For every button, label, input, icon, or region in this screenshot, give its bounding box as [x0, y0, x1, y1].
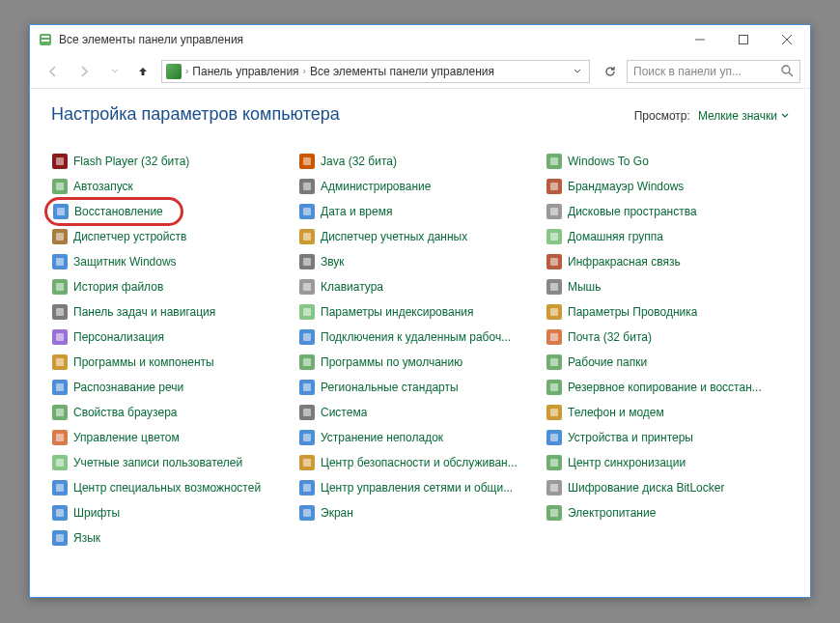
- item-label: Почта (32 бита): [568, 330, 652, 344]
- control-panel-item[interactable]: История файлов: [51, 277, 294, 297]
- control-panel-item[interactable]: Программы и компоненты: [51, 353, 294, 372]
- control-panel-item[interactable]: Язык: [51, 528, 294, 548]
- control-panel-item[interactable]: Администрирование: [298, 177, 542, 196]
- view-label: Просмотр:: [634, 109, 690, 123]
- item-label: Шрифты: [73, 506, 120, 520]
- control-panel-item[interactable]: Почта (32 бита): [546, 327, 789, 347]
- navigation-bar: › Панель управления › Все элементы панел…: [30, 54, 810, 89]
- search-placeholder: Поиск в панели уп...: [633, 65, 775, 78]
- control-panel-item[interactable]: Звук: [298, 252, 542, 271]
- address-dropdown[interactable]: [570, 68, 585, 75]
- svg-rect-42: [56, 434, 64, 441]
- item-label: Распознавание речи: [73, 381, 183, 394]
- svg-rect-40: [303, 409, 311, 416]
- item-icon: [299, 480, 315, 496]
- minimize-button[interactable]: [678, 25, 721, 54]
- control-panel-item[interactable]: Диспетчер учетных данных: [298, 227, 542, 246]
- control-panel-item[interactable]: Параметры Проводника: [546, 302, 789, 322]
- control-panel-item[interactable]: Дата и время: [298, 202, 542, 221]
- control-panel-item[interactable]: Телефон и модем: [546, 403, 789, 422]
- control-panel-item[interactable]: Региональные стандарты: [298, 378, 542, 397]
- svg-rect-2: [42, 40, 49, 42]
- search-input[interactable]: Поиск в панели уп...: [627, 60, 800, 83]
- control-panel-item[interactable]: Учетные записи пользователей: [51, 453, 294, 472]
- breadcrumb-seg-2[interactable]: Все элементы панели управления: [310, 65, 494, 78]
- item-icon: [299, 505, 315, 521]
- item-label: Устранение неполадок: [321, 431, 443, 444]
- control-panel-item[interactable]: Windows To Go: [546, 152, 789, 171]
- control-panel-item[interactable]: Инфракрасная связь: [546, 252, 789, 271]
- control-panel-item[interactable]: Электропитание: [546, 503, 789, 523]
- item-icon: [546, 154, 562, 169]
- control-panel-item[interactable]: Резервное копирование и восстан...: [546, 378, 789, 397]
- item-icon: [546, 329, 562, 345]
- control-panel-item[interactable]: Шифрование диска BitLocker: [546, 478, 789, 497]
- svg-rect-46: [303, 459, 311, 467]
- close-button[interactable]: [765, 25, 808, 54]
- control-panel-item[interactable]: Управление цветом: [51, 428, 294, 447]
- control-panel-item[interactable]: Система: [298, 403, 542, 422]
- view-value-text: Мелкие значки: [698, 109, 777, 123]
- control-panel-item[interactable]: Автозапуск: [51, 177, 294, 196]
- item-label: Windows To Go: [568, 155, 649, 168]
- control-panel-item[interactable]: Панель задач и навигация: [51, 302, 294, 322]
- up-button[interactable]: [132, 58, 154, 85]
- control-panel-item[interactable]: Центр безопасности и обслуживан...: [298, 453, 542, 472]
- item-icon: [546, 380, 562, 395]
- control-panel-item[interactable]: Домашняя группа: [546, 227, 789, 246]
- item-icon: [299, 380, 315, 395]
- control-panel-item[interactable]: Диспетчер устройств: [51, 227, 294, 246]
- svg-rect-18: [56, 233, 64, 241]
- control-panel-item[interactable]: Устранение неполадок: [298, 428, 542, 447]
- item-icon: [299, 329, 315, 345]
- control-panel-item[interactable]: Свойства браузера: [51, 403, 294, 422]
- titlebar: Все элементы панели управления: [30, 25, 810, 54]
- item-icon: [52, 405, 68, 420]
- control-panel-item[interactable]: Дисковые пространства: [546, 202, 789, 221]
- control-panel-item[interactable]: Мышь: [546, 277, 789, 297]
- control-panel-item[interactable]: Центр синхронизации: [546, 453, 789, 472]
- control-panel-item[interactable]: Клавиатура: [298, 277, 542, 297]
- recent-dropdown[interactable]: [101, 58, 128, 85]
- item-label: Брандмауэр Windows: [568, 180, 684, 193]
- svg-rect-23: [550, 258, 558, 266]
- address-bar[interactable]: › Панель управления › Все элементы панел…: [161, 60, 590, 83]
- maximize-button[interactable]: [721, 25, 765, 54]
- item-label: Дисковые пространства: [568, 205, 697, 218]
- control-panel-item[interactable]: Экран: [298, 503, 542, 523]
- item-label: Инфракрасная связь: [568, 255, 681, 269]
- control-panel-item[interactable]: Брандмауэр Windows: [546, 177, 789, 196]
- control-panel-item[interactable]: Java (32 бита): [298, 152, 542, 171]
- control-panel-item[interactable]: Рабочие папки: [546, 353, 789, 372]
- control-panel-item[interactable]: Центр управления сетями и общи...: [298, 478, 542, 497]
- back-button[interactable]: [40, 58, 67, 85]
- view-selector[interactable]: Мелкие значки: [698, 109, 789, 123]
- item-label: Панель задач и навигация: [73, 305, 215, 319]
- control-panel-item[interactable]: Параметры индексирования: [298, 302, 542, 322]
- svg-rect-12: [56, 183, 64, 190]
- control-panel-item[interactable]: Защитник Windows: [51, 252, 294, 271]
- control-panel-item[interactable]: Flash Player (32 бита): [51, 152, 294, 171]
- control-panel-item[interactable]: Подключения к удаленным рабоч...: [298, 327, 542, 347]
- control-panel-item[interactable]: Восстановление: [44, 197, 183, 226]
- item-label: Резервное копирование и восстан...: [568, 381, 762, 394]
- forward-button[interactable]: [70, 58, 98, 85]
- content-header: Настройка параметров компьютера Просмотр…: [51, 104, 789, 125]
- item-label: Программы и компоненты: [73, 355, 214, 369]
- control-panel-item[interactable]: Распознавание речи: [51, 378, 294, 397]
- item-label: Учетные записи пользователей: [73, 456, 242, 469]
- control-panel-item[interactable]: Центр специальных возможностей: [51, 478, 294, 497]
- refresh-button[interactable]: [598, 60, 623, 83]
- control-panel-item[interactable]: Шрифты: [51, 503, 294, 523]
- item-label: Устройства и принтеры: [568, 431, 693, 444]
- control-panel-item[interactable]: Программы по умолчанию: [298, 353, 542, 372]
- svg-rect-50: [550, 484, 558, 492]
- item-icon: [52, 304, 68, 320]
- svg-rect-39: [56, 409, 64, 416]
- item-icon: [52, 254, 68, 269]
- control-panel-item[interactable]: Устройства и принтеры: [546, 428, 789, 447]
- control-panel-item[interactable]: Персонализация: [51, 327, 294, 347]
- item-icon: [299, 254, 315, 269]
- breadcrumb-seg-1[interactable]: Панель управления: [192, 65, 298, 78]
- item-icon: [299, 229, 315, 244]
